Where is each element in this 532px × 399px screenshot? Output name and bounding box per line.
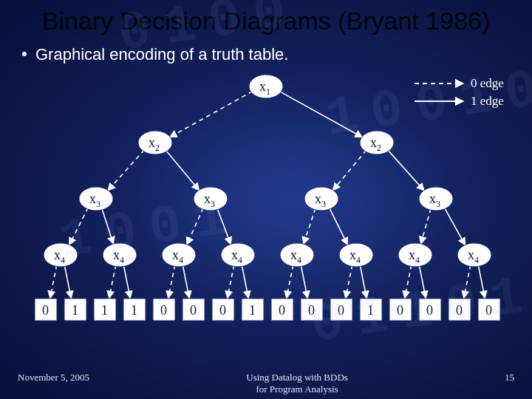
zero-edge bbox=[346, 265, 352, 298]
one-edge bbox=[183, 265, 189, 298]
leaf-2-value: 1 bbox=[101, 303, 108, 318]
leaf-3-value: 1 bbox=[131, 303, 137, 318]
one-edge bbox=[242, 265, 248, 298]
leaf-8-value: 0 bbox=[279, 303, 285, 318]
one-edge bbox=[388, 149, 425, 190]
one-edge bbox=[478, 265, 485, 298]
leaf-15-value: 0 bbox=[485, 303, 492, 318]
leaf-4-value: 0 bbox=[160, 303, 167, 318]
footer-date: November 5, 2005 bbox=[18, 372, 89, 395]
leaf-9-value: 0 bbox=[308, 303, 315, 318]
one-edge bbox=[166, 150, 199, 191]
zero-edge bbox=[332, 150, 366, 191]
leaf-10-value: 0 bbox=[338, 303, 344, 318]
zero-edge bbox=[108, 149, 145, 190]
legend-one-label: 1 edge bbox=[471, 94, 504, 108]
bullet-dot-icon bbox=[22, 52, 27, 56]
leaf-5-value: 0 bbox=[190, 303, 197, 318]
leaf-7-value: 1 bbox=[249, 303, 256, 318]
bullet-text: Graphical encoding of a truth table. bbox=[35, 45, 288, 64]
bdd-diagram: x1x2x2x3x3x3x3x4x4x4x4x4x4x4x40111000100… bbox=[11, 69, 521, 335]
slide-footer: November 5, 2005 Using Datalog with BDDs… bbox=[0, 372, 532, 395]
zero-edge bbox=[421, 208, 431, 244]
bullet-line: Graphical encoding of a truth table. bbox=[22, 45, 532, 64]
one-edge bbox=[217, 208, 231, 244]
zero-edge bbox=[304, 208, 316, 244]
one-edge bbox=[123, 265, 130, 298]
one-edge bbox=[419, 265, 426, 298]
legend-zero-label: 0 edge bbox=[471, 76, 504, 90]
footer-center-2: for Program Analysis bbox=[256, 383, 338, 395]
leaf-14-value: 0 bbox=[456, 303, 463, 318]
slide-title: Binary Decision Diagrams (Bryant 1986) bbox=[0, 0, 532, 36]
zero-edge bbox=[168, 265, 175, 298]
zero-edge bbox=[69, 208, 89, 245]
legend: 0 edge 1 edge bbox=[415, 76, 504, 108]
leaf-12-value: 0 bbox=[397, 303, 403, 318]
one-edge bbox=[330, 208, 348, 245]
zero-edge bbox=[109, 265, 116, 298]
leaf-6-value: 0 bbox=[219, 303, 226, 318]
one-edge bbox=[279, 91, 363, 137]
leaf-1-value: 1 bbox=[72, 303, 78, 318]
leaf-11-value: 1 bbox=[367, 303, 374, 318]
leaf-0-value: 0 bbox=[42, 303, 49, 318]
zero-edge bbox=[50, 265, 57, 298]
zero-edge bbox=[405, 265, 412, 298]
one-edge bbox=[64, 265, 71, 298]
zero-edge bbox=[187, 208, 203, 245]
zero-edge bbox=[228, 265, 234, 298]
one-edge bbox=[444, 207, 465, 245]
slide-number: 15 bbox=[505, 372, 514, 395]
zero-edge bbox=[287, 265, 293, 298]
one-edge bbox=[102, 208, 114, 244]
footer-center-1: Using Datalog with BDDs bbox=[246, 372, 348, 383]
leaf-13-value: 0 bbox=[426, 303, 433, 318]
one-edge bbox=[301, 265, 307, 298]
one-edge bbox=[360, 265, 366, 298]
zero-edge bbox=[170, 91, 253, 137]
zero-edge bbox=[464, 265, 471, 298]
